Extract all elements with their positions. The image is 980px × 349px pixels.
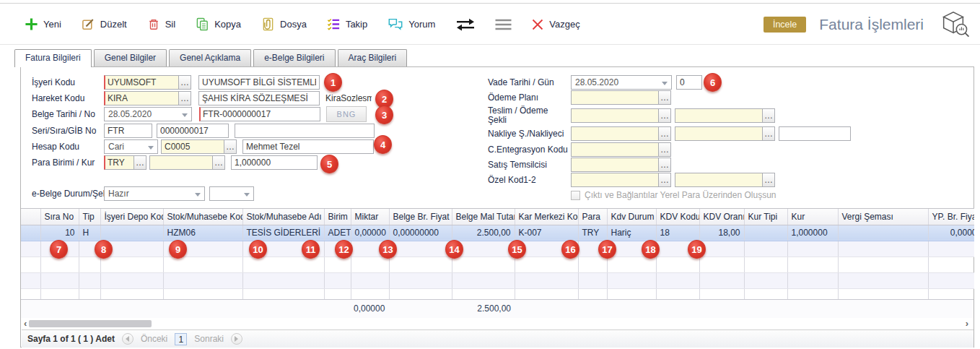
isyeri-lookup-button[interactable]: … [178, 75, 191, 90]
tab-ebelge-bilgileri[interactable]: e-Belge Bilgileri [253, 49, 335, 66]
odeme-plani-input[interactable] [571, 90, 659, 105]
column-header[interactable]: Vergi Şeması [838, 209, 928, 225]
para-birimi-lookup-button[interactable]: … [134, 155, 146, 170]
ebelge-sekli-select[interactable] [209, 186, 254, 201]
column-header[interactable]: Kar Merkezi Kodu [515, 209, 578, 225]
nakliyeci-lookup-button[interactable]: … [762, 126, 775, 141]
next-label[interactable]: Sonraki [194, 334, 224, 344]
column-header[interactable]: Belge Mal Tutarı [452, 209, 515, 225]
tab-arac-bilgileri[interactable]: Araç Bilgileri [338, 49, 408, 66]
nakliye-lookup-button[interactable]: … [658, 126, 671, 141]
copy-button[interactable]: Kopya [196, 17, 241, 31]
satis-temsilcisi-lookup-button[interactable]: … [658, 158, 671, 172]
grid-empty-row[interactable] [21, 257, 974, 272]
scroll-left-icon[interactable]: ‹ [24, 319, 27, 329]
sira-input[interactable] [157, 124, 229, 138]
previous-page-button[interactable] [122, 333, 134, 345]
annotation-badge-14: 14 [445, 240, 463, 259]
cancel-button[interactable]: Vazgeç [531, 18, 579, 31]
column-header[interactable]: KDV Kodu [656, 209, 699, 225]
para-birimi-input[interactable] [104, 155, 134, 170]
belge-tarihi-datepicker[interactable]: 28.05.2020 [104, 107, 192, 121]
comment-button[interactable]: Yorum [388, 17, 435, 31]
ozel-kod1-input[interactable] [571, 173, 659, 187]
column-header[interactable]: Stok/Muhasebe Kodu [163, 209, 242, 225]
hesap-lookup-button[interactable]: … [224, 139, 237, 154]
hesap-kodu-input[interactable] [161, 139, 224, 154]
cube-search-icon[interactable] [937, 9, 970, 40]
hareket-kodu-input[interactable] [104, 91, 179, 105]
cell-tip: H [79, 225, 100, 241]
odeme-sekli-lookup-button[interactable]: … [762, 108, 775, 123]
invoice-line-row-selected[interactable]: 10 H HZM06 TESİS GİDERLERİ ADET 0,00000 … [21, 225, 974, 241]
kur-kodu-input[interactable] [149, 155, 213, 170]
ozel-kod2-input[interactable] [675, 173, 763, 187]
kur-lookup-button[interactable]: … [212, 155, 225, 170]
column-header[interactable]: Tip [79, 209, 100, 225]
column-header[interactable]: Kur [787, 209, 838, 225]
odeme-plani-lookup-button[interactable]: … [658, 90, 671, 105]
tab-fatura-bilgileri[interactable]: Fatura Bilgileri [14, 49, 92, 67]
column-header[interactable]: Para [578, 209, 607, 225]
entegrasyon-label: C.Entegrasyon Kodu [488, 142, 571, 157]
delete-button[interactable]: Sil [147, 17, 175, 31]
hareket-adi-input[interactable] [198, 91, 320, 105]
hesap-adi-input[interactable] [242, 139, 374, 154]
entegrasyon-lookup-button[interactable]: … [658, 142, 671, 157]
hesap-tipi-select[interactable]: Cari [104, 139, 158, 154]
column-header[interactable]: YP. Br. Fiyat [928, 209, 974, 225]
teslim-lookup-button[interactable]: … [658, 108, 671, 123]
grid-empty-row[interactable] [21, 288, 974, 299]
column-header[interactable]: Belge Br. Fiyat [389, 209, 452, 225]
column-header[interactable]: Birim [324, 209, 351, 225]
next-page-button[interactable] [231, 333, 242, 345]
isyeri-kodu-input[interactable] [104, 75, 179, 90]
vade-gun-input[interactable] [676, 75, 702, 90]
nakliyeci-input[interactable] [675, 126, 763, 141]
column-header[interactable]: Stok/Muhasebe Adı [242, 209, 324, 225]
entegrasyon-input[interactable] [571, 142, 659, 157]
transfer-swap-icon[interactable] [455, 17, 476, 32]
menu-hamburger-icon[interactable] [494, 18, 512, 31]
column-header[interactable]: Kur Tipi [744, 209, 787, 225]
ebelge-durum-select[interactable]: Hazır [104, 186, 205, 201]
scroll-right-icon[interactable]: › [966, 319, 968, 329]
column-header[interactable]: Sıra No [40, 209, 79, 225]
nakliye-sekli-input[interactable] [571, 126, 659, 141]
new-button[interactable]: Yeni [25, 17, 61, 31]
gib-no-input[interactable] [235, 124, 375, 138]
column-header[interactable]: İşyeri Depo Kodu [100, 209, 163, 225]
ozel-kod2-lookup-button[interactable]: … [762, 173, 775, 187]
column-header[interactable]: KDV Oranı [699, 209, 744, 225]
column-header[interactable]: Kdv Durum [607, 209, 656, 225]
nakliye-ek-input[interactable] [779, 126, 851, 141]
current-page-number[interactable]: 1 [175, 333, 187, 345]
scrollbar-thumb[interactable] [29, 320, 152, 327]
belge-no-input[interactable] [199, 107, 320, 121]
yerel-para-checkbox[interactable] [571, 191, 580, 200]
bng-button[interactable]: BNG [326, 106, 367, 122]
previous-label[interactable]: Önceki [141, 334, 167, 344]
file-button[interactable]: Dosya [261, 17, 307, 31]
follow-button[interactable]: Takip [327, 17, 367, 31]
cell-kdv-durum: Hariç [607, 225, 656, 241]
tab-genel-aciklama[interactable]: Genel Açıklama [169, 49, 251, 66]
grid-empty-row[interactable] [21, 241, 974, 257]
satis-temsilcisi-input[interactable] [571, 158, 659, 172]
hareket-lookup-button[interactable]: … [178, 91, 191, 105]
teslim-sekli-input[interactable] [571, 108, 659, 123]
seri-input[interactable] [104, 124, 152, 138]
column-header[interactable]: Miktar [351, 209, 389, 225]
edit-button[interactable]: Düzelt [82, 17, 127, 31]
grid-empty-row[interactable] [21, 272, 974, 288]
vade-tarihi-datepicker[interactable]: 28.05.2020 [571, 75, 672, 90]
trash-icon [147, 17, 160, 31]
tab-genel-bilgiler[interactable]: Genel Bilgiler [94, 49, 167, 66]
ozel-kod1-lookup-button[interactable]: … [658, 173, 671, 187]
vade-tarihi-row: Vade Tarihi / Gün 28.05.2020 [488, 75, 702, 90]
incele-badge[interactable]: İncele [764, 17, 806, 33]
kur-degeri-input[interactable] [231, 155, 318, 170]
odeme-sekli-input[interactable] [675, 108, 763, 123]
isyeri-adi-input[interactable] [198, 75, 320, 90]
horizontal-scrollbar[interactable]: ‹ › [22, 319, 973, 329]
